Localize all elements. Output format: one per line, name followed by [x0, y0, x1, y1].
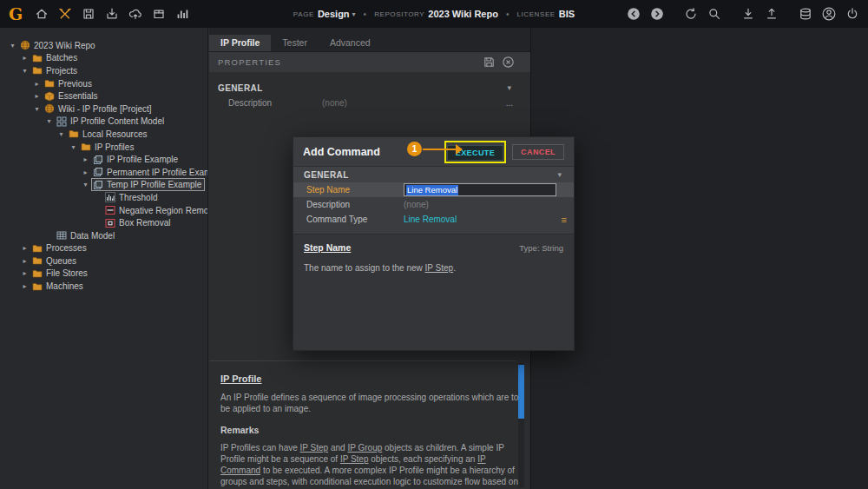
description-row[interactable]: Description (none) — [293, 197, 574, 212]
tab-advanced[interactable]: Advanced — [319, 35, 382, 51]
model-icon — [56, 116, 67, 127]
expand-arrow-icon[interactable]: ▸ — [31, 80, 43, 88]
tree-item-file-stores[interactable]: ▸File Stores — [0, 268, 207, 281]
expand-arrow-icon[interactable]: ▾ — [56, 130, 67, 138]
tree-item-ip-profile-example[interactable]: ▸IP Profile Example — [0, 153, 207, 166]
dialog-general-title: GENERAL — [304, 170, 349, 180]
scrollbar-thumb[interactable] — [518, 365, 524, 419]
close-icon[interactable] — [502, 56, 515, 69]
tree-item-content: Batches — [30, 51, 81, 64]
forward-icon[interactable] — [650, 7, 664, 21]
step-name-input[interactable]: Line Removal — [404, 183, 556, 196]
tree-item-queues[interactable]: ▸Queues — [0, 254, 207, 268]
repository-indicator[interactable]: REPOSITORY 2023 Wiki Repo — [374, 9, 498, 19]
cloud-upload-icon[interactable] — [128, 7, 142, 21]
chart-icon[interactable] — [175, 7, 189, 21]
tree-item-temp-ip-profile-example[interactable]: ▾Temp IP Profile Example — [0, 179, 207, 192]
expand-arrow-icon[interactable]: ▸ — [19, 244, 30, 252]
cube-icon — [44, 91, 55, 102]
expand-arrow-icon[interactable]: ▸ — [31, 92, 43, 100]
page-selector[interactable]: PAGE Design ▾ — [293, 9, 356, 19]
expand-arrow-icon[interactable]: ▾ — [7, 42, 18, 50]
expand-arrow-icon[interactable]: ▸ — [19, 54, 30, 62]
command-type-row[interactable]: Command Type Line Removal ≡ — [293, 212, 574, 227]
layers-icon[interactable] — [799, 7, 812, 21]
expand-arrow-icon[interactable]: ▸ — [19, 282, 30, 290]
package-icon[interactable] — [152, 7, 166, 21]
expand-arrow-icon[interactable]: ▸ — [19, 269, 30, 277]
expand-arrow-icon[interactable]: ▸ — [80, 155, 91, 163]
home-icon[interactable] — [35, 7, 49, 21]
tree-item-local-resources[interactable]: ▾Local Resources — [0, 128, 207, 141]
tree-item-label: Processes — [46, 242, 87, 254]
doc-title-link[interactable]: IP Profile — [220, 373, 261, 384]
help-link[interactable]: IP Step — [425, 263, 454, 273]
tree-item-2023-wiki-repo[interactable]: ▾2023 Wiki Repo — [0, 39, 207, 52]
folder-icon — [32, 53, 43, 63]
refresh-icon[interactable] — [684, 7, 698, 21]
expand-arrow-icon[interactable]: ▾ — [43, 117, 55, 125]
tree-item-essentials[interactable]: ▸Essentials — [0, 89, 207, 102]
tree-item-wiki-ip-profile-project[interactable]: ▾Wiki - IP Profile [Project] — [0, 102, 207, 116]
tree-item-data-model[interactable]: Data Model — [0, 229, 207, 242]
import-box-icon[interactable] — [105, 7, 119, 21]
globe-icon — [44, 103, 55, 114]
description-row[interactable]: Description (none) ... — [209, 96, 530, 110]
save-device-icon[interactable] — [82, 7, 95, 21]
more-button[interactable]: ... — [506, 98, 513, 108]
tree-item-label: Essentials — [58, 90, 98, 102]
threshold-icon — [105, 192, 115, 202]
tree-item-content: Box Removal — [103, 216, 174, 229]
tree-item-box-removal[interactable]: Box Removal — [0, 216, 207, 229]
tree-item-threshold[interactable]: Threshold — [0, 191, 207, 204]
tree-item-content: IP Profile Example — [91, 153, 181, 166]
tree-item-label: IP Profile Content Model — [70, 116, 164, 127]
cancel-button[interactable]: CANCEL — [512, 144, 564, 160]
tree-item-batches[interactable]: ▸Batches — [0, 52, 207, 65]
doc-link[interactable]: IP Step — [300, 443, 329, 453]
search-icon[interactable] — [707, 7, 721, 21]
step-name-row[interactable]: Step Name Line Removal — [293, 182, 574, 197]
tree-item-content: Essentials — [43, 89, 102, 102]
tree-item-content: Data Model — [55, 229, 118, 242]
tree-item-projects[interactable]: ▾Projects — [0, 64, 207, 77]
tools-icon[interactable] — [58, 7, 72, 21]
expand-arrow-icon[interactable]: ▸ — [80, 169, 91, 176]
tree-item-content: Temp IP Profile Example — [91, 178, 205, 191]
expand-arrow-icon[interactable]: ▾ — [80, 181, 91, 188]
expand-arrow-icon[interactable]: ▸ — [19, 257, 30, 265]
tab-ip-profile[interactable]: IP Profile — [209, 35, 271, 51]
tree-item-previous[interactable]: ▸Previous — [0, 77, 207, 90]
annotation-arrow-head — [456, 144, 463, 155]
properties-scrollbar[interactable] — [518, 363, 524, 487]
save-icon[interactable] — [483, 56, 496, 69]
power-icon[interactable] — [845, 7, 859, 21]
upload-icon[interactable] — [765, 7, 779, 21]
tree-item-ip-profiles[interactable]: ▾IP Profiles — [0, 141, 207, 154]
expand-arrow-icon[interactable]: ▾ — [68, 143, 79, 151]
general-section-header[interactable]: GENERAL ▾ — [209, 80, 530, 96]
tree-item-negative-region-removal[interactable]: Negative Region Removal — [0, 204, 207, 217]
tree-item-processes[interactable]: ▸Processes — [0, 242, 207, 255]
doc-text: and — [328, 443, 347, 453]
negative-icon — [105, 205, 115, 215]
expand-arrow-icon[interactable]: ▾ — [31, 105, 43, 113]
chevron-down-icon: ▾ — [557, 170, 562, 179]
tab-tester[interactable]: Tester — [271, 35, 319, 51]
expand-arrow-icon[interactable]: ▾ — [19, 67, 30, 75]
dialog-general-header[interactable]: GENERAL ▾ — [293, 167, 574, 182]
doc-link[interactable]: IP Step — [340, 454, 369, 464]
tree-item-label: Projects — [46, 65, 77, 76]
tree-item-ip-profile-content-model[interactable]: ▾IP Profile Content Model — [0, 116, 207, 129]
topbar-right-icons — [627, 7, 859, 21]
tree-item-label: Data Model — [70, 230, 115, 241]
tree-item-permanent-ip-profile-example[interactable]: ▸Permanent IP Profile Example — [0, 166, 207, 179]
doc-link[interactable]: IP Group — [347, 443, 382, 453]
menu-icon[interactable]: ≡ — [562, 215, 567, 225]
tree-item-machines[interactable]: ▸Machines — [0, 280, 207, 293]
user-icon[interactable] — [822, 7, 836, 21]
app-window: G PAGE Design ▾ • REPOSITORY 2023 Wiki R… — [0, 0, 868, 489]
back-icon[interactable] — [627, 7, 641, 21]
download-icon[interactable] — [741, 7, 755, 21]
folder-icon — [32, 243, 43, 254]
